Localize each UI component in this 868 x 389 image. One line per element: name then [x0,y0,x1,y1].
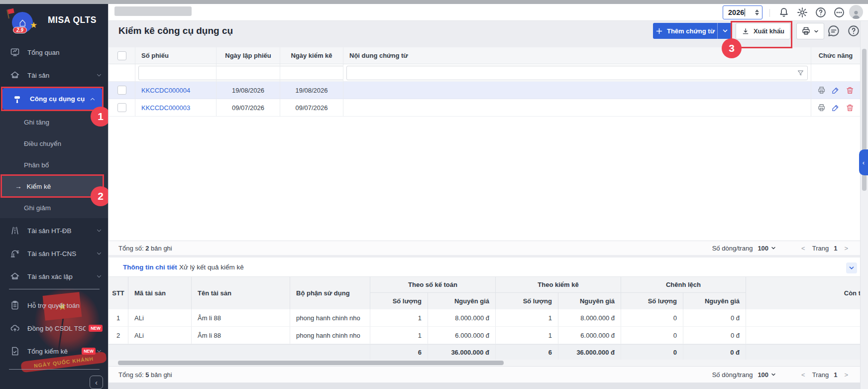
sidebar-item-label: Tài sản HT-ĐB [27,227,96,235]
brand-name: MISA QLTS [48,15,97,25]
filter-code-field[interactable] [138,66,217,80]
total-acc-cost: 36.000.000 đ [428,345,496,360]
voucher-content [343,99,811,116]
chevron-down-icon [722,27,729,34]
department: phong hanh chinh nho [290,309,370,326]
sidebar-item-label: Tổng quan [27,49,103,56]
select-all-checkbox[interactable] [117,51,126,60]
help-icon[interactable] [815,6,827,18]
print-button[interactable] [796,23,824,39]
version-badge: 2.9 [13,27,27,33]
prev-page-button[interactable]: < [799,245,807,252]
acc-qty: 1 [370,309,428,326]
sidebar-divider [9,289,100,289]
prev-page-button[interactable]: < [799,371,807,379]
horizontal-scroll-thumb[interactable] [118,361,504,365]
next-page-button[interactable]: > [842,245,850,252]
row-checkbox[interactable] [117,86,126,95]
col-header-ngay-kiem-ke[interactable]: Ngày kiểm kê [280,47,343,64]
filter-code-input[interactable] [142,69,217,77]
sidebar-item-tai-san-ht-db[interactable]: Tài sản HT-ĐB [0,220,108,241]
col-header-ma-tai-san[interactable]: Mã tài sản [128,277,192,309]
add-voucher-button[interactable]: Thêm chứng từ [653,23,717,39]
detail-row[interactable]: 1 ALi Âm li 88 phong hanh chinh nho 1 8.… [108,309,868,327]
next-page-button[interactable]: > [842,371,850,379]
step-up-icon[interactable] [755,9,759,12]
help-circle-icon[interactable] [847,24,860,37]
year-spinner[interactable]: 2026 [723,5,762,19]
sidebar-item-tai-san[interactable]: Tài sản [0,65,108,86]
sidebar-item-dong-bo-csdl-tsc[interactable]: Đồng bộ CSDL TSC NEW [0,318,108,339]
user-avatar[interactable] [849,5,863,19]
sidebar-item-tong-quan[interactable]: Tổng quan [0,42,108,63]
voucher-row[interactable]: KKCCDC000003 09/07/2026 09/07/2026 [108,99,860,117]
edit-row-icon[interactable] [831,86,840,95]
row-checkbox[interactable] [117,103,126,112]
print-row-icon[interactable] [817,103,826,113]
settings-gear-icon[interactable] [796,6,808,18]
year-stepper[interactable] [755,9,759,15]
detail-tab-bar: Thông tin chi tiết Xử lý kết quả kiểm kê [108,258,860,277]
add-voucher-dropdown[interactable] [717,23,732,39]
add-voucher-label: Thêm chứng từ [667,27,715,35]
inv-qty: 1 [496,327,558,344]
print-row-icon[interactable] [817,86,826,95]
sidebar-item-label: Tài sản HT-CNS [27,250,96,258]
tab-xu-ly-ket-qua-kiem-ke[interactable]: Xử lý kết quả kiểm kê [172,258,251,277]
per-page-select[interactable]: 100 [758,371,776,379]
delete-row-icon[interactable] [846,103,854,113]
more-options-icon[interactable] [833,6,845,18]
sidebar-item-label: Tài sản [27,72,96,79]
filter-content-field[interactable] [346,66,808,80]
sidebar-item-phan-bo[interactable]: Phân bổ [0,154,108,175]
expand-side-panel-tab[interactable]: ‹ [859,149,868,175]
page-number[interactable]: 1 [834,245,837,252]
total-inv-qty: 6 [496,345,558,360]
voucher-row[interactable]: KKCCDC000004 19/08/2026 19/08/2026 [108,82,860,99]
org-name-redacted [114,6,192,16]
annotation-step-2: 2 [91,186,108,206]
chevron-down-icon [96,72,103,79]
sidebar-item-ho-tro-quyet-toan[interactable]: Hỗ trợ quyết toán [0,295,108,316]
col-header-ngay-lap-phieu[interactable]: Ngày lập phiếu [217,47,280,64]
col-header-ten-tai-san[interactable]: Tên tài sản [192,277,290,309]
sidebar-collapse-button[interactable]: ‹ [90,376,103,389]
col-header-stt: STT [108,277,128,309]
filter-created-date-field[interactable] [217,66,280,80]
voucher-code-link[interactable]: KKCCDC000003 [141,104,190,112]
delete-row-icon[interactable] [846,86,854,95]
sidebar-item-tai-san-ht-cns[interactable]: Tài sản HT-CNS [0,243,108,264]
created-date: 19/08/2026 [217,82,280,99]
annotation-box-step2 [0,174,104,198]
feedback-chat-icon[interactable] [827,24,840,37]
inv-cost: 8.000.000 đ [558,309,621,326]
department: phong hanh chinh nho [290,327,370,344]
filter-content-input[interactable] [350,69,794,77]
sidebar-item-tong-kiem-ke[interactable]: Tổng kiểm kê NEW [0,341,108,362]
step-down-icon[interactable] [755,13,759,15]
col-header-bo-phan[interactable]: Bộ phận sử dụng [290,277,370,309]
detail-footer: Tổng số: 5 bản ghi Số dòng/trang 100 < T… [108,366,860,383]
col-header-con-ton[interactable]: Còn t [746,277,868,309]
collapse-panel-button[interactable] [846,262,857,273]
filter-created-date-input[interactable] [217,69,277,77]
per-page-select[interactable]: 100 [758,245,776,252]
year-value: 2026 [728,8,744,16]
sidebar-item-tai-san-xac-lap[interactable]: Tài sản xác lập [0,266,108,287]
detail-row[interactable]: 2 ALi Âm li 88 phong hanh chinh nho 1 6.… [108,327,868,344]
sub-header-nguyen-gia: Nguyên giá [683,293,746,309]
filter-funnel-icon[interactable] [797,69,804,77]
voucher-content [343,82,811,99]
sidebar-item-dieu-chuyen[interactable]: Điều chuyển [0,133,108,154]
filter-inventory-date-field[interactable] [280,66,343,80]
notification-bell-icon[interactable] [778,6,790,18]
inventory-date: 09/07/2026 [280,99,343,116]
voucher-code-link[interactable]: KKCCDC000004 [141,87,190,94]
per-page-value: 100 [758,245,768,252]
filter-inventory-date-input[interactable] [280,69,341,77]
acc-qty: 1 [370,327,428,344]
edit-row-icon[interactable] [831,103,840,113]
page-number[interactable]: 1 [834,371,837,379]
inv-cost: 6.000.000 đ [558,327,621,344]
col-header-so-phieu[interactable]: Số phiếu [135,47,217,64]
